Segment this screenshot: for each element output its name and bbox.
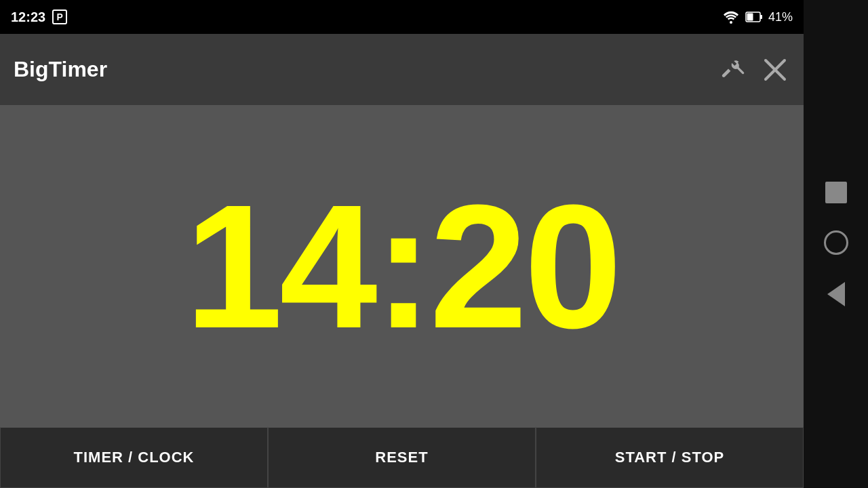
settings-button[interactable]: [717, 55, 747, 85]
android-nav: [804, 0, 868, 488]
app-header: BigTimer: [0, 34, 804, 105]
back-button[interactable]: [827, 282, 845, 306]
status-bar-left: 12:23 P: [11, 9, 67, 25]
close-icon: [760, 55, 790, 85]
app-title: BigTimer: [14, 57, 107, 82]
svg-rect-3: [747, 14, 753, 21]
timer-display: 14:20: [0, 105, 804, 427]
status-bar: 12:23 P 41%: [0, 0, 804, 34]
back-icon: [827, 282, 845, 306]
header-icons: [717, 55, 790, 85]
reset-button[interactable]: RESET: [268, 427, 536, 488]
home-button[interactable]: [824, 230, 848, 255]
wifi-icon: [722, 9, 740, 24]
svg-rect-2: [760, 15, 762, 19]
status-bar-right: 41%: [722, 9, 793, 24]
recent-apps-icon: [825, 182, 847, 203]
close-button[interactable]: [760, 55, 790, 85]
home-icon: [824, 230, 848, 255]
recent-apps-button[interactable]: [825, 182, 847, 203]
start-stop-button[interactable]: START / STOP: [536, 427, 804, 488]
timer-clock-button[interactable]: TIMER / CLOCK: [0, 427, 268, 488]
svg-point-0: [730, 21, 732, 24]
bottom-bar: TIMER / CLOCK RESET START / STOP: [0, 427, 804, 488]
parking-icon: P: [52, 9, 67, 24]
app-container: 12:23 P 41% BigTimer: [0, 0, 804, 488]
status-time: 12:23: [11, 9, 45, 25]
wrench-icon: [717, 55, 747, 85]
battery-percent: 41%: [768, 10, 793, 24]
timer-value: 14:20: [185, 178, 619, 354]
battery-icon: [745, 10, 763, 24]
